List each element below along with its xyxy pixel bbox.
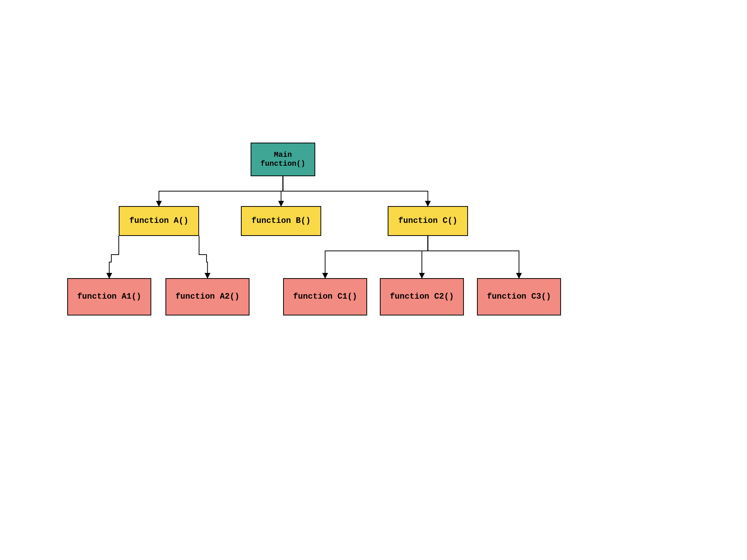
edge-A-A2 — [199, 236, 208, 278]
node-b: function B() — [241, 206, 321, 236]
node-c3: function C3() — [477, 278, 561, 315]
node-c2-label: function C2() — [390, 292, 454, 302]
node-a-label: function A() — [129, 216, 188, 226]
node-a: function A() — [119, 206, 199, 236]
edge-C-C1 — [325, 236, 428, 278]
node-c3-label: function C3() — [487, 292, 551, 302]
node-main: Main function() — [251, 143, 315, 176]
node-c-label: function C() — [398, 216, 457, 226]
edge-main-B — [281, 176, 283, 206]
node-c1: function C1() — [283, 278, 367, 315]
edge-main-A — [159, 176, 283, 206]
node-a2-label: function A2() — [176, 292, 240, 302]
node-c2: function C2() — [380, 278, 464, 315]
edge-A-A1 — [109, 236, 119, 278]
node-a1: function A1() — [67, 278, 151, 315]
node-c1-label: function C1() — [293, 292, 357, 302]
node-a2: function A2() — [165, 278, 249, 315]
node-c: function C() — [388, 206, 468, 236]
edge-C-C2 — [422, 236, 428, 278]
node-main-label: Main function() — [260, 150, 305, 168]
edge-C-C3 — [428, 236, 519, 278]
node-b-label: function B() — [251, 216, 310, 226]
node-a1-label: function A1() — [77, 292, 142, 302]
diagram-canvas: Main function() function A() function B(… — [0, 0, 747, 560]
edge-main-C — [283, 176, 428, 206]
